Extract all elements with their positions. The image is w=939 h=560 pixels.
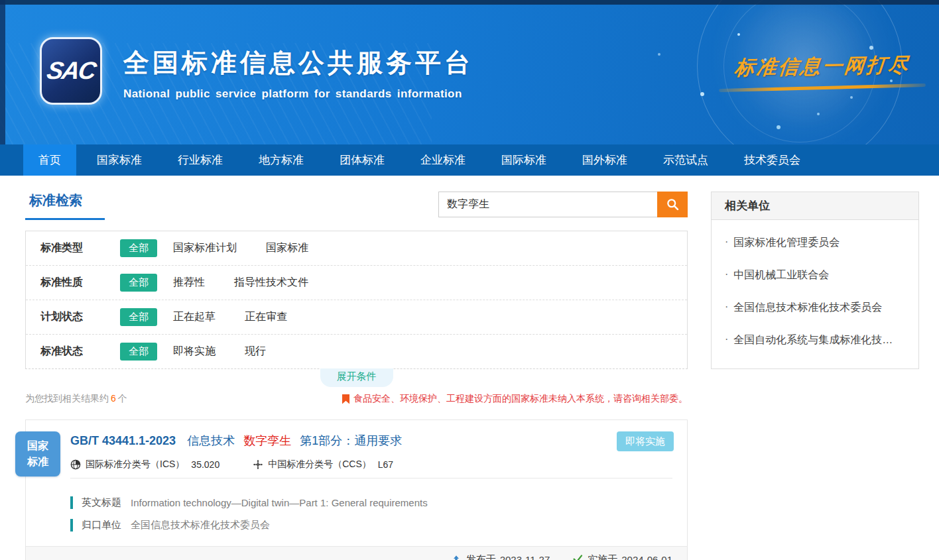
nav-item-international-standards[interactable]: 国际标准 [486,144,562,176]
page: SAC 全国标准信息公共服务平台 National public service… [0,0,939,560]
site-title: 全国标准信息公共服务平台 [123,45,473,81]
implement-label: 实施于 [588,553,617,560]
ccs-classification: 中国标准分类号（CCS） L67 [253,459,393,471]
related-unit-link-automation-committee[interactable]: 全国自动化系统与集成标准化技… [725,324,905,357]
field-bar [70,496,73,509]
header-top-strip [0,0,939,5]
ccs-label: 中国标准分类号（CCS） [268,459,371,471]
related-units-list: 国家标准化管理委员会 中国机械工业联合会 全国信息技术标准化技术委员会 全国自动… [712,220,918,368]
status-badge: 即将实施 [617,431,674,451]
search-input[interactable] [438,192,657,217]
magnifier-icon [666,197,680,211]
filter-option[interactable]: 国家标准计划 [173,241,237,255]
bookmark-icon [342,394,349,404]
badge-line1: 国家 [27,438,48,454]
filter-row-standard-status: 标准状态 全部 即将实施 现行 [26,335,687,368]
field-value: 全国信息技术标准化技术委员会 [131,519,270,532]
related-units-title: 相关单位 [712,192,918,220]
related-unit-link-it-committee[interactable]: 全国信息技术标准化技术委员会 [725,292,905,324]
header-slogan: 标准信息一网打尽 [715,53,930,89]
title-block: 全国标准信息公共服务平台 National public service pla… [123,45,473,101]
filter-option[interactable]: 推荐性 [173,276,205,290]
search-row: 标准检索 [25,192,688,220]
result-card: 国家 标准 GB/T 43441.1-2023 信息技术 数字孪生 第1部分：通… [25,420,688,560]
filter-all-button[interactable]: 全部 [120,274,157,292]
system-notice: 食品安全、环境保护、工程建设方面的国家标准未纳入本系统，请咨询相关部委。 [342,393,688,405]
detail-fields: 英文标题 Information technology—Digital twin… [26,478,687,546]
page-title: 标准检索 [25,192,105,220]
expand-conditions-button[interactable]: 展开条件 [320,368,393,387]
slogan-text: 标准信息一网打尽 [733,52,911,82]
filter-all-button[interactable]: 全部 [120,239,157,257]
sac-logo: SAC [40,37,102,105]
ccs-value: L67 [378,459,393,470]
filter-row-plan-status: 计划状态 全部 正在起草 正在审查 [26,300,687,335]
implement-date: 实施于 2024-06-01 [572,553,672,560]
field-label: 英文标题 [82,496,121,509]
publish-label: 发布于 [466,553,496,560]
filter-label: 标准类型 [40,241,107,255]
filter-row-standard-type: 标准类型 全部 国家标准计划 国家标准 [26,231,687,266]
nav-item-foreign-standards[interactable]: 国外标准 [567,144,643,176]
publish-upload-icon [451,555,462,560]
sac-logo-text: SAC [44,57,97,85]
sparkle-dots-decoration [737,33,740,36]
filter-all-button[interactable]: 全部 [120,343,157,361]
standard-title-highlight[interactable]: 数字孪生 [243,434,291,447]
card-footer: 发布于 2023-11-27 实施于 2024-06-01 [26,546,687,560]
nav-item-national-standards[interactable]: 国家标准 [82,144,157,176]
filter-option[interactable]: 正在起草 [173,310,216,324]
national-standard-badge: 国家 标准 [15,431,60,476]
notice-text: 食品安全、环境保护、工程建设方面的国家标准未纳入本系统，请咨询相关部委。 [353,393,688,405]
results-summary: 为您找到相关结果约6个 [25,393,127,405]
filter-label: 标准性质 [40,276,107,290]
filter-row-standard-nature: 标准性质 全部 推荐性 指导性技术文件 [26,266,687,300]
left-column: 标准检索 标准类型 全部 国家标准计划 国家 [25,192,688,560]
filter-option[interactable]: 正在审查 [245,310,287,324]
field-value: Information technology—Digital twin—Part… [131,497,428,508]
field-label: 归口单位 [82,519,121,532]
summary-prefix: 为您找到相关结果约 [25,393,109,404]
implement-value: 2024-06-01 [621,554,672,560]
filter-label: 标准状态 [40,345,107,359]
field-row-responsible-unit: 归口单位 全国信息技术标准化技术委员会 [70,519,672,532]
site-header: SAC 全国标准信息公共服务平台 National public service… [0,0,939,144]
ics-value: 35.020 [191,459,219,470]
filter-option[interactable]: 现行 [245,345,266,359]
nav-item-group-standards[interactable]: 团体标准 [324,144,400,176]
standard-number-link[interactable]: GB/T 43441.1-2023 [70,434,176,447]
nav-item-local-standards[interactable]: 地方标准 [243,144,319,176]
nav-item-home[interactable]: 首页 [23,144,76,176]
compass-icon [253,459,263,470]
filter-option[interactable]: 指导性技术文件 [234,276,308,290]
summary-suffix: 个 [118,393,127,404]
filter-panel: 标准类型 全部 国家标准计划 国家标准 标准性质 全部 推荐性 指导性技术文件 … [25,231,688,369]
related-unit-link-sac[interactable]: 国家标准化管理委员会 [725,227,905,259]
site-subtitle: National public service platform for sta… [123,87,473,101]
result-title-row: GB/T 43441.1-2023 信息技术 数字孪生 第1部分：通用要求 即将… [26,420,687,449]
main-content: 标准检索 标准类型 全部 国家标准计划 国家 [0,176,939,560]
ics-label: 国际标准分类号（ICS） [86,459,184,471]
nav-item-pilot-demonstration[interactable]: 示范试点 [648,144,723,176]
filter-option[interactable]: 即将实施 [173,345,216,359]
related-units-panel: 相关单位 国家标准化管理委员会 中国机械工业联合会 全国信息技术标准化技术委员会… [711,192,919,369]
standard-title-part2[interactable]: 第1部分：通用要求 [300,434,402,447]
implement-check-icon [572,555,583,560]
badge-line2: 标准 [27,454,48,470]
related-unit-link-machinery[interactable]: 中国机械工业联合会 [725,259,905,292]
field-row-english-title: 英文标题 Information technology—Digital twin… [70,496,672,509]
nav-item-industry-standards[interactable]: 行业标准 [162,144,238,176]
search-button[interactable] [657,192,688,217]
filter-all-button[interactable]: 全部 [120,308,157,326]
results-info-row: 为您找到相关结果约6个 食品安全、环境保护、工程建设方面的国家标准未纳入本系统，… [25,393,688,405]
classification-row: 国际标准分类号（ICS） 35.020 中国标 [70,449,672,478]
globe-icon [70,459,81,470]
filter-option[interactable]: 国家标准 [266,241,308,255]
nav-item-enterprise-standards[interactable]: 企业标准 [405,144,481,176]
publish-date: 发布于 2023-11-27 [451,553,550,560]
filter-label: 计划状态 [40,310,107,324]
standard-title-part1[interactable]: 信息技术 [187,434,235,447]
publish-value: 2023-11-27 [500,554,550,560]
nav-item-technical-committees[interactable]: 技术委员会 [729,144,816,176]
search-box [438,192,688,217]
